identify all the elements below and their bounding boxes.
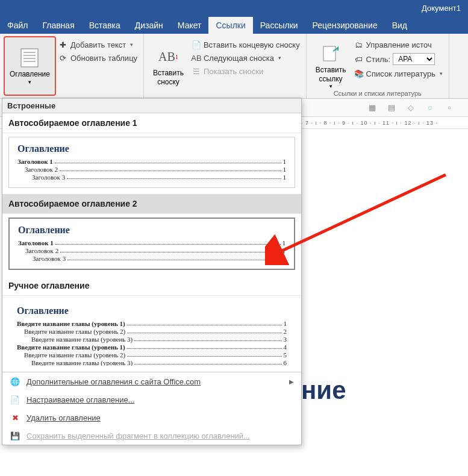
remove-icon: ✖ [10,412,20,423]
gallery-preview-auto1[interactable]: Оглавление Заголовок 11 Заголовок 21 Заг… [8,137,295,188]
menu-save-selection: 💾 Сохранить выделенный фрагмент в коллек… [2,427,301,445]
tab-mailings[interactable]: Рассылки [253,17,305,34]
tab-review[interactable]: Рецензирование [305,17,385,34]
tab-design[interactable]: Дизайн [128,17,170,34]
sources-icon: 🗂 [354,40,364,49]
ribbon-tabs: Файл Главная Вставка Дизайн Макет Ссылки… [0,16,468,34]
manage-sources-button[interactable]: 🗂 Управление источ [352,39,445,51]
document-heading-fragment: ние [301,376,346,405]
office-icon: 🌐 [10,376,20,387]
toolbar-icon-2[interactable]: ▤ [385,101,398,114]
gallery-auto-toc-2[interactable]: Автособираемое оглавление 2 [2,194,301,214]
bibliography-icon: 📚 [354,69,364,78]
tab-view[interactable]: Вид [385,17,414,34]
next-footnote-icon: AB [192,53,201,63]
toc-icon [19,47,40,69]
gallery-section-builtin: Встроенные [2,98,301,113]
chevron-right-icon: ▶ [289,378,294,385]
chevron-down-icon: ▾ [329,83,332,89]
menu-remove-toc[interactable]: ✖ Удалить оглавление [2,409,301,427]
show-footnotes-button[interactable]: ☰ Показать сноски [189,65,302,77]
svg-rect-5 [323,46,335,61]
bibliography-button[interactable]: 📚 Список литературь [352,67,445,80]
insert-citation-label: Вставить ссылку [316,66,346,83]
toc-gallery: Встроенные Автособираемое оглавление 1 О… [2,98,302,445]
tab-home[interactable]: Главная [35,17,81,34]
style-select[interactable]: APA [393,53,435,65]
update-icon: ⟳ [58,53,68,63]
update-table-button[interactable]: ⟳ Обновить таблицу [56,52,140,64]
insert-citation-button[interactable]: Вставить ссылку ▾ [310,36,352,96]
toolbar-icon-3[interactable]: ◇ [404,101,417,114]
chevron-down-icon: ▾ [28,79,31,85]
menu-custom-toc[interactable]: 📄 Настраиваемое оглавление... [2,390,301,409]
tab-file[interactable]: Файл [0,17,35,34]
save-selection-icon: 💾 [10,430,20,441]
style-dropdown[interactable]: 🏷 Стиль: APA [352,52,445,66]
tab-insert[interactable]: Вставка [82,17,128,34]
ribbon: Оглавление ▾ ✚ Добавить текст ⟳ Обновить… [0,34,468,99]
tab-layout[interactable]: Макет [170,17,209,34]
menu-more-office[interactable]: 🌐 Дополнительные оглавления с сайта Offi… [2,372,301,390]
tab-references[interactable]: Ссылки [208,17,252,34]
group-label-citations: Ссылки и списки литературь [307,90,449,97]
svg-rect-0 [21,49,38,67]
insert-footnote-label: Вставить сноску [153,69,184,86]
add-text-button[interactable]: ✚ Добавить текст [56,39,140,51]
document-title: Документ1 [422,4,461,13]
gallery-auto-toc-1[interactable]: Автособираемое оглавление 1 [2,113,301,133]
svg-line-6 [277,175,446,253]
toolbar-icon-1[interactable]: ▦ [366,101,379,114]
titlebar: Документ1 [0,0,468,16]
show-notes-icon: ☰ [192,66,201,76]
gallery-manual-toc[interactable]: Ручное оглавление [2,276,301,296]
next-footnote-button[interactable]: AB Следующая сноска [189,52,302,64]
gallery-menu: 🌐 Дополнительные оглавления с сайта Offi… [2,372,301,445]
toolbar-icon-4[interactable]: ○ [423,101,437,114]
toc-button[interactable]: Оглавление ▾ [4,36,56,96]
citation-icon [320,43,342,64]
toc-label: Оглавление [10,70,50,78]
insert-endnote-button[interactable]: 📄 Вставить концевую сноску [189,39,302,51]
add-text-icon: ✚ [58,40,68,49]
toolbar-icon-5[interactable]: ▫ [443,101,456,114]
gallery-preview-manual[interactable]: Оглавление Введите название главы (урове… [8,299,295,366]
gallery-preview-auto2[interactable]: Оглавление Заголовок 11 Заголовок 21 Заг… [8,218,295,270]
footnote-icon: AB1 [158,46,179,67]
style-icon: 🏷 [354,54,364,64]
insert-footnote-button[interactable]: AB1 Вставить сноску [148,36,189,96]
endnote-icon: 📄 [192,40,201,49]
custom-toc-icon: 📄 [10,394,20,405]
